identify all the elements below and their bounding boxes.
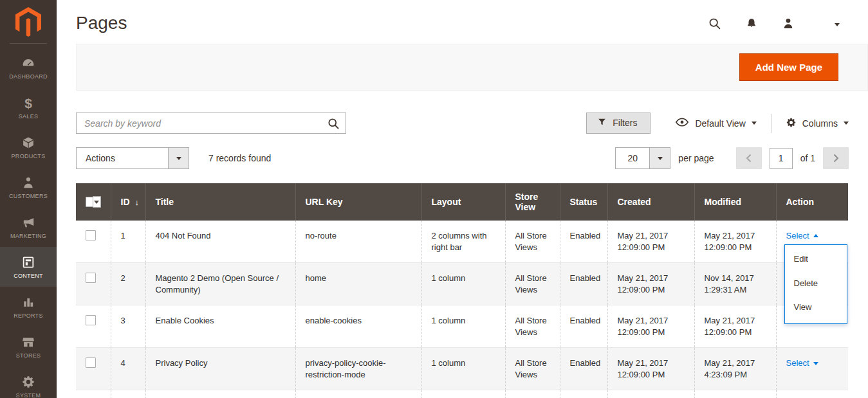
cell-url-key: privacy-policy-cookie-restriction-mode <box>295 348 421 390</box>
page-title: Pages <box>76 13 127 33</box>
customers-icon <box>21 175 36 190</box>
columns-selector-label: Columns <box>802 118 838 129</box>
previous-page-button[interactable] <box>736 147 762 169</box>
notifications-icon[interactable] <box>745 17 758 30</box>
select-caret-down-icon <box>813 362 818 365</box>
search-submit-icon[interactable] <box>326 116 341 133</box>
row-action-menu: Edit Delete View <box>784 244 847 324</box>
row-checkbox[interactable] <box>86 273 96 283</box>
sidebar-item-customers[interactable]: CUSTOMERS <box>0 167 57 207</box>
search-icon[interactable] <box>708 17 721 30</box>
row-checkbox[interactable] <box>86 357 96 368</box>
account-menu-caret-icon[interactable] <box>835 17 840 29</box>
cell-modified: May 21, 2017 12:09:00 PM <box>694 221 776 263</box>
stores-icon <box>21 334 36 350</box>
toolbar-divider <box>771 114 771 133</box>
logo-divider <box>10 43 47 44</box>
sidebar-item-label: STORES <box>16 352 41 359</box>
sidebar-item-reports[interactable]: REPORTS <box>0 287 57 327</box>
next-page-button[interactable] <box>823 147 849 169</box>
sidebar-item-label: CUSTOMERS <box>9 193 48 199</box>
cell-url-key: enable-cookies <box>295 305 421 348</box>
action-menu-item-view[interactable]: View <box>785 295 847 320</box>
filters-button[interactable]: Filters <box>586 113 651 134</box>
sidebar-item-marketing[interactable]: MARKETING <box>0 207 57 247</box>
current-page-input[interactable] <box>770 148 793 169</box>
row-action-select[interactable]: Select <box>786 230 818 242</box>
dashboard-icon <box>21 55 36 71</box>
row-checkbox[interactable] <box>86 315 96 325</box>
cell-layout: 1 column <box>421 263 505 305</box>
grid-toolbar: Filters Default View Columns <box>76 113 849 134</box>
cell-layout: 1 column <box>421 348 505 390</box>
cell-modified: Nov 14, 2017 1:29:31 AM <box>694 263 776 305</box>
actions-dropdown[interactable]: Actions <box>76 147 189 169</box>
magento-logo[interactable] <box>0 0 57 42</box>
cell-title: 404 Not Found <box>145 221 295 263</box>
column-header-id[interactable]: ID↓ <box>111 183 145 221</box>
mass-actions: Actions 7 records found <box>76 147 271 169</box>
cell-layout: 1 column <box>421 305 505 348</box>
actions-dropdown-value: Actions <box>77 148 168 168</box>
filter-funnel-icon <box>597 117 607 129</box>
total-pages-label: of 1 <box>800 153 815 163</box>
cell-created: May 21, 2017 12:09:00 PM <box>607 263 694 305</box>
cell-url-key: about-us <box>295 390 421 398</box>
table-row: 3 Enable Cookies enable-cookies 1 column… <box>76 305 848 348</box>
select-all-caret-icon[interactable] <box>93 196 100 208</box>
cell-store-view: All Store Views <box>505 390 560 398</box>
per-page-dropdown[interactable]: 20 <box>615 147 670 169</box>
cell-store-view: All Store Views <box>505 348 560 390</box>
cell-status: Enabled <box>560 305 607 348</box>
column-header-created[interactable]: Created <box>607 183 694 221</box>
cell-layout: 2 columns with right bar <box>421 221 505 263</box>
grid-controls: Actions 7 records found 20 per page of 1 <box>76 147 849 169</box>
pages-grid: ID↓ Title URL Key Layout Store View Stat… <box>76 183 848 398</box>
cell-store-view: All Store Views <box>505 221 560 263</box>
table-row: 4 Privacy Policy privacy-policy-cookie-r… <box>76 348 848 390</box>
action-menu-item-delete[interactable]: Delete <box>785 271 847 296</box>
sidebar-item-system[interactable]: SYSTEM <box>0 366 57 398</box>
sidebar-item-stores[interactable]: STORES <box>0 327 57 366</box>
select-caret-up-icon <box>813 234 818 237</box>
sidebar-item-dashboard[interactable]: DASHBOARD <box>0 48 57 87</box>
filters-label: Filters <box>613 118 637 128</box>
column-header-modified[interactable]: Modified <box>694 183 776 221</box>
add-new-page-button[interactable]: Add New Page <box>739 53 838 81</box>
user-account-icon[interactable] <box>782 17 795 30</box>
view-caret-icon <box>752 122 757 125</box>
cell-id: 3 <box>111 305 145 348</box>
cell-modified: May 21, 2017 4:23:09 PM <box>694 348 776 390</box>
main-content: Pages Add New Page <box>57 0 868 398</box>
column-header-url-key[interactable]: URL Key <box>295 183 421 221</box>
view-selector[interactable]: Default View <box>675 117 756 129</box>
row-action-select[interactable]: Select <box>786 357 818 369</box>
search-input[interactable] <box>76 113 346 134</box>
columns-selector[interactable]: Columns <box>786 117 849 130</box>
cell-status: Enabled <box>560 221 607 263</box>
sidebar-item-label: PRODUCTS <box>12 153 46 159</box>
cell-url-key: home <box>295 263 421 305</box>
cell-modified: May 21, 2017 12:09:00 PM <box>694 305 776 348</box>
cell-status: Enabled <box>560 348 607 390</box>
cell-status: Enabled <box>560 390 607 398</box>
sidebar-item-sales[interactable]: $ SALES <box>0 87 57 127</box>
reports-icon <box>21 294 36 310</box>
gear-icon <box>786 117 797 130</box>
column-header-status[interactable]: Status <box>560 183 607 221</box>
action-menu-item-edit[interactable]: Edit <box>785 247 847 271</box>
sort-desc-icon: ↓ <box>135 197 140 207</box>
column-header-store-view[interactable]: Store View <box>505 183 560 221</box>
row-checkbox[interactable] <box>86 230 96 240</box>
cell-title: Privacy Policy <box>145 348 295 390</box>
table-row: 5 About us about-us 1 column All Store V… <box>76 390 848 398</box>
sidebar-item-products[interactable]: PRODUCTS <box>0 127 57 167</box>
column-header-layout[interactable]: Layout <box>421 183 505 221</box>
sidebar-item-content[interactable]: CONTENT <box>0 247 57 287</box>
cell-created: May 21, 2017 12:09:00 PM <box>607 221 694 263</box>
column-header-title[interactable]: Title <box>145 183 295 221</box>
actions-caret-icon <box>168 148 189 168</box>
magento-admin: DASHBOARD $ SALES PRODUCTS CUSTOMERS <box>0 0 868 398</box>
header-actions <box>708 17 840 30</box>
sidebar-item-label: SALES <box>19 113 39 120</box>
